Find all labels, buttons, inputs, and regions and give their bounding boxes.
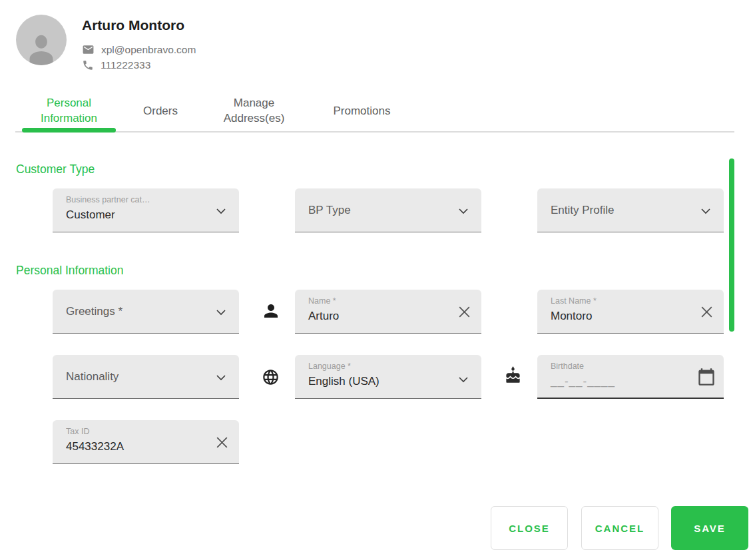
tab-manage-addresses[interactable]: Manage Address(es)	[205, 93, 303, 129]
section-title-personal-information: Personal Information	[16, 264, 123, 278]
entity-profile-dropdown[interactable]: Entity Profile	[537, 188, 724, 232]
customer-name: Arturo Montoro	[82, 17, 184, 33]
field-placeholder: BP Type	[308, 204, 351, 217]
chevron-down-icon[interactable]	[455, 202, 472, 220]
clear-icon[interactable]	[213, 433, 231, 451]
calendar-icon[interactable]	[696, 367, 716, 387]
field-value: __-__-____	[551, 375, 689, 388]
bp-type-dropdown[interactable]: BP Type	[295, 188, 481, 232]
chevron-down-icon[interactable]	[697, 202, 714, 220]
tab-orders[interactable]: Orders	[116, 93, 205, 129]
field-value: Customer	[66, 208, 204, 222]
field-value: Montoro	[551, 310, 689, 323]
field-placeholder: Entity Profile	[551, 204, 614, 217]
clear-icon[interactable]	[455, 303, 473, 321]
clear-icon[interactable]	[698, 303, 716, 321]
tax-id-input[interactable]: Tax ID 45433232A	[53, 420, 239, 464]
field-value: English (USA)	[308, 375, 447, 388]
field-label: Name *	[308, 296, 447, 306]
customer-email: xpl@openbravo.com	[101, 44, 196, 56]
close-button[interactable]: CLOSE	[491, 506, 568, 550]
email-icon	[82, 43, 95, 56]
birthdate-input[interactable]: Birthdate __-__-____	[537, 355, 724, 399]
field-label: Language *	[308, 362, 447, 371]
tab-personal-information[interactable]: Personal Information	[22, 93, 116, 129]
last-name-input[interactable]: Last Name * Montoro	[537, 290, 724, 334]
save-button[interactable]: SAVE	[671, 506, 748, 550]
birthday-cake-icon	[504, 366, 522, 387]
business-partner-category-dropdown[interactable]: Business partner cat… Customer	[53, 188, 239, 232]
scrollbar-thumb[interactable]	[729, 158, 734, 332]
field-label: Last Name *	[551, 296, 689, 306]
phone-icon	[82, 59, 94, 71]
section-title-customer-type: Customer Type	[16, 162, 95, 176]
chevron-down-icon[interactable]	[212, 202, 230, 220]
name-input[interactable]: Name * Arturo	[295, 290, 481, 334]
field-label: Tax ID	[66, 427, 204, 436]
greetings-dropdown[interactable]: Greetings *	[53, 290, 239, 334]
chevron-down-icon[interactable]	[212, 369, 230, 386]
language-dropdown[interactable]: Language * English (USA)	[295, 355, 481, 399]
globe-icon	[262, 368, 280, 389]
field-value: 45433232A	[66, 440, 204, 453]
customer-detail-dialog: Arturo Montoro xpl@openbravo.com 1112223…	[0, 0, 755, 560]
field-placeholder: Greetings *	[66, 305, 123, 318]
person-icon	[261, 301, 281, 324]
active-tab-indicator	[22, 128, 116, 133]
field-placeholder: Nationality	[66, 370, 119, 384]
tab-promotions[interactable]: Promotions	[303, 93, 421, 129]
field-label: Birthdate	[551, 362, 689, 371]
customer-phone-row: 111222333	[82, 59, 150, 71]
cancel-button[interactable]: CANCEL	[581, 506, 658, 550]
customer-phone: 111222333	[101, 59, 150, 71]
avatar	[16, 15, 67, 65]
customer-email-row: xpl@openbravo.com	[82, 43, 196, 56]
field-label: Business partner cat…	[66, 195, 204, 204]
chevron-down-icon[interactable]	[212, 304, 230, 321]
field-value: Arturo	[308, 310, 447, 323]
person-silhouette-icon	[23, 28, 60, 65]
nationality-dropdown[interactable]: Nationality	[53, 355, 239, 399]
tabs-divider	[15, 131, 734, 133]
chevron-down-icon[interactable]	[455, 371, 472, 388]
